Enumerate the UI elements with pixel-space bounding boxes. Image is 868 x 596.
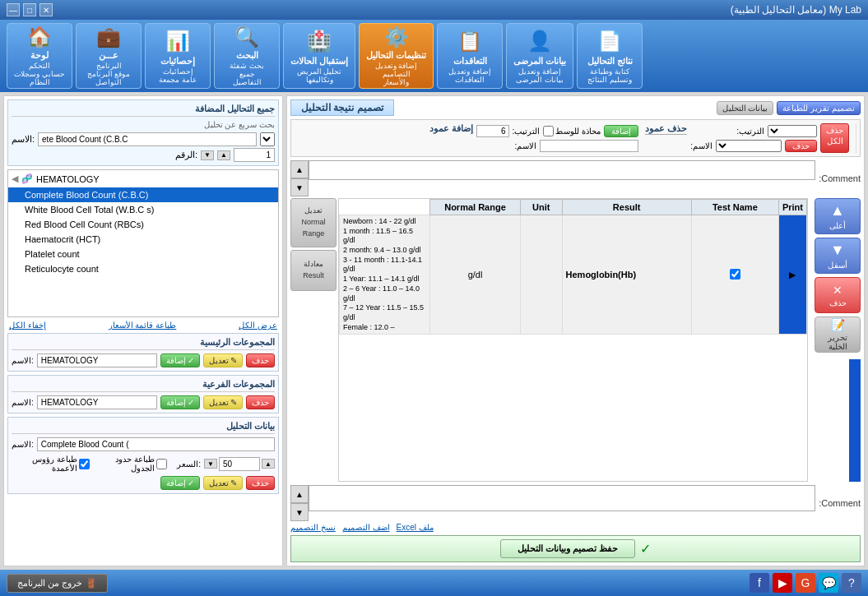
delete-col-btn[interactable]: حذف: [785, 140, 817, 152]
edit-result-formula-btn[interactable]: معادلةResult: [290, 250, 337, 291]
maximize-btn[interactable]: □: [23, 3, 36, 16]
edit-normal-range-btn[interactable]: تعديلNormalRange: [290, 198, 337, 247]
about-icon: 💼: [92, 25, 125, 49]
add-col-name-input[interactable]: [540, 140, 638, 152]
tree-root[interactable]: ◀ 🧬 HEMATOLOGY: [8, 170, 278, 187]
up-btn[interactable]: ▲ أعلى: [815, 198, 861, 234]
test-data-btn[interactable]: بيانات التحليل: [717, 101, 774, 115]
main-group-edit-btn[interactable]: ✎ تعديل: [203, 353, 243, 367]
comment2-label: Comment:: [819, 498, 861, 508]
print-prices-link[interactable]: طباعة قائمة الأسعار: [109, 321, 177, 330]
tree-hct-label: Haematocrit (HCT): [25, 234, 100, 244]
settings-icon: ⚙️: [380, 25, 413, 49]
nav-search[interactable]: 🔍 البحث بحث شفئةجميعالتفاصيل: [214, 23, 280, 89]
tree-item-plt[interactable]: Platelet count: [8, 247, 278, 261]
comment2-input[interactable]: [309, 485, 815, 511]
price-input[interactable]: [219, 457, 260, 471]
print-headers-checkbox[interactable]: [79, 459, 90, 469]
col-header-normal: Normal Range: [430, 200, 521, 215]
delete-all-btn[interactable]: حذفالكل: [820, 123, 849, 153]
test-del-btn[interactable]: حذف: [246, 476, 275, 490]
youtube-icon[interactable]: ▶: [773, 573, 792, 593]
nav-reception[interactable]: 🏥 إستقبال الحالات تحليل المريضوتكاليفها: [283, 23, 355, 89]
test-name-label: :الاسم: [12, 440, 34, 449]
comment1-label: Comment:: [819, 173, 861, 183]
print-design-btn[interactable]: تصميم تقرير للطباعة: [777, 101, 861, 115]
add-design-link[interactable]: اضف التصميم: [342, 523, 390, 532]
print-borders-checkbox[interactable]: [156, 459, 167, 469]
add-col-btn[interactable]: إضافة: [604, 125, 638, 137]
show-all-link[interactable]: عرض الكل: [239, 321, 277, 330]
nav-settings[interactable]: ⚙️ تنظيمات التحاليل إضافة وتعديلالتصاميم…: [359, 23, 434, 89]
price-down-btn[interactable]: ▼: [204, 459, 217, 469]
main-group-name-label: :الاسم: [12, 356, 34, 365]
price-up-btn[interactable]: ▲: [262, 459, 275, 469]
test-edit-btn[interactable]: ✎ تعديل: [203, 476, 243, 490]
sub-group-add-btn[interactable]: ✓ إضافة: [160, 395, 200, 409]
tree-item-retic[interactable]: Reticulocyte count: [8, 261, 278, 276]
del-col-name-select[interactable]: [716, 140, 782, 152]
edit-cell-btn[interactable]: 📝 تحريرالخلية: [815, 316, 861, 353]
row-checkbox[interactable]: [691, 215, 778, 335]
right-section-title: جميع التحاليل المضافة: [12, 104, 275, 117]
search-nav-icon: 🔍: [230, 25, 263, 49]
save-checkmark: ✓: [640, 541, 651, 557]
comment2-down-btn[interactable]: ▼: [290, 503, 309, 521]
exit-btn[interactable]: 🚪 خروج من البرنامج: [7, 574, 108, 593]
num-down-btn[interactable]: ▼: [201, 150, 214, 160]
comment1-up-btn[interactable]: ▲: [290, 160, 309, 178]
search-input[interactable]: [38, 132, 257, 146]
test-add-btn[interactable]: ✓ إضافة: [160, 476, 200, 490]
sub-group-name-input[interactable]: [37, 395, 157, 409]
close-btn[interactable]: ✕: [39, 3, 53, 16]
stats-icon: 📊: [161, 27, 194, 54]
num-up-btn[interactable]: ▲: [217, 150, 230, 160]
save-btn[interactable]: حفظ تصميم وبيانات التحليل: [500, 539, 635, 558]
nav-results[interactable]: 📄 نتائج التحاليل كتابة وطباعةوتسليم النت…: [577, 23, 643, 89]
minimize-btn[interactable]: —: [7, 3, 20, 16]
nav-about[interactable]: 💼 عـــن البرنامجموقع البرنامجالتواصل: [76, 23, 142, 89]
comment2-up-btn[interactable]: ▲: [290, 485, 309, 503]
top-nav: 🏠 لوحة التحكمحسابي وسجلاتالنظام 💼 عـــن …: [0, 20, 868, 92]
col-header-result: Result: [562, 200, 691, 215]
row-indicator: [849, 359, 861, 482]
reception-icon: 🏥: [303, 27, 336, 54]
nav-dashboard[interactable]: 🏠 لوحة التحكمحسابي وسجلاتالنظام: [7, 23, 72, 89]
add-col-order-input[interactable]: [476, 125, 509, 137]
tree-item-wbc[interactable]: White Blood Cell Total (W.B.C s): [8, 202, 278, 217]
excel-link[interactable]: ملف Excel: [397, 523, 434, 532]
del-col-title: حذف عمود: [645, 123, 687, 135]
help-icon[interactable]: ?: [842, 573, 861, 593]
col-header-name: Test Name: [691, 200, 778, 215]
main-group-del-btn[interactable]: حذف: [246, 353, 275, 367]
facebook-icon[interactable]: f: [750, 573, 769, 593]
google-icon[interactable]: G: [796, 573, 815, 593]
main-group-add-btn[interactable]: ✓ إضافة: [160, 353, 200, 367]
window-title: My Lab (معامل التحاليل الطبية): [731, 4, 861, 16]
number-input[interactable]: [234, 148, 275, 162]
comment1-down-btn[interactable]: ▼: [290, 178, 309, 196]
nav-stats[interactable]: 📊 إحصائيات إحصائياتعامة مجمعة: [145, 23, 211, 89]
center-align-checkbox[interactable]: [543, 126, 554, 136]
hide-all-link[interactable]: إخفاء الكل: [9, 321, 46, 330]
window-controls[interactable]: — □ ✕: [7, 3, 53, 16]
chat-icon[interactable]: 💬: [819, 573, 838, 593]
tree-item-rbc[interactable]: Red Blood Cell Count (RBCs): [8, 217, 278, 232]
sub-group-del-btn[interactable]: حذف: [246, 395, 275, 409]
delete-row-btn[interactable]: ✕ حذف: [815, 277, 861, 313]
tree-item-hct[interactable]: Haematocrit (HCT): [8, 232, 278, 247]
nav-patients[interactable]: 👤 بيانات المرضى إضافة وتعديلبيانات المرض…: [506, 23, 573, 89]
main-groups-title: المجموعات الرئيسية: [12, 337, 275, 350]
results-icon: 📄: [593, 27, 626, 54]
down-btn[interactable]: ▼ أسفل: [815, 238, 861, 274]
sub-group-edit-btn[interactable]: ✎ تعديل: [203, 395, 243, 409]
nav-contracts[interactable]: 📋 التعاقدات إضافة وتعديلالتعاقدات: [437, 23, 503, 89]
comment1-input[interactable]: [309, 160, 815, 180]
tree-item-cbc[interactable]: Complete Blood Count (C.B.C): [8, 187, 278, 202]
main-group-name-input[interactable]: [37, 353, 157, 367]
test-name-input[interactable]: [37, 437, 275, 451]
copy-design-link[interactable]: نسخ التصميم: [290, 523, 336, 532]
table-row[interactable]: ▶ Hemoglobin(Hb) g/dl Newborn : 14 - 22 …: [340, 215, 807, 335]
del-col-order-select[interactable]: [768, 125, 817, 137]
dropdown-arrow[interactable]: ▼: [260, 132, 275, 146]
